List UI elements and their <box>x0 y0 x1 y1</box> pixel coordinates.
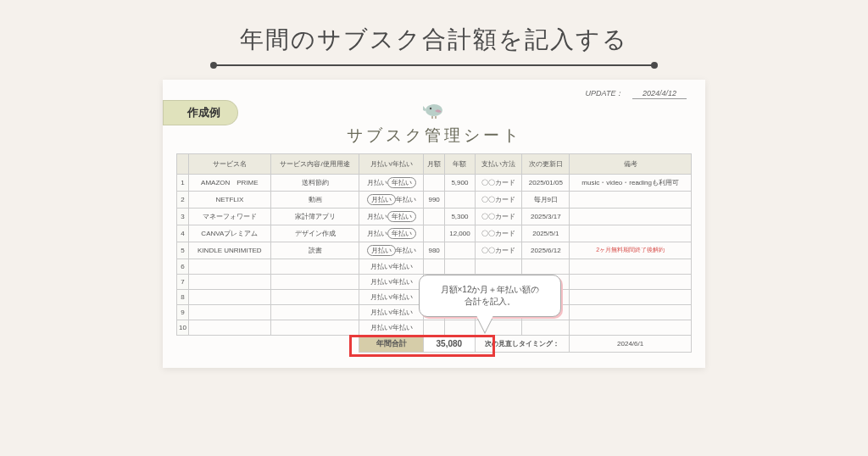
cell-yearly <box>445 242 475 259</box>
update-date: 2024/4/12 <box>632 89 687 99</box>
cell-monthly: 990 <box>424 192 445 209</box>
cell-remarks <box>570 305 692 320</box>
cell-monthly <box>424 259 445 275</box>
row-num: 10 <box>177 320 189 336</box>
col-num <box>177 154 189 175</box>
cell-cycle: 月払い/年払い <box>359 320 424 336</box>
cell-monthly <box>424 320 445 336</box>
cell-service <box>189 290 271 305</box>
cell-cycle: 月払い/年払い <box>359 259 424 275</box>
row-num: 7 <box>177 275 189 290</box>
cell-remarks <box>570 259 692 275</box>
cell-payment: 〇〇カード <box>475 225 522 242</box>
timing-label: 次の見直しタイミング： <box>475 336 570 353</box>
col-service: サービス名 <box>189 154 271 175</box>
cell-yearly: 5,300 <box>445 209 475 225</box>
row-num: 1 <box>177 175 189 192</box>
row-num: 5 <box>177 242 189 259</box>
col-monthly: 月額 <box>424 154 445 175</box>
cell-remarks: music・video・readingも利用可 <box>570 175 692 192</box>
row-num: 9 <box>177 305 189 320</box>
cell-yearly: 12,000 <box>445 225 475 242</box>
row-num: 3 <box>177 209 189 225</box>
cell-service <box>189 305 271 320</box>
svg-point-1 <box>430 108 431 109</box>
cell-cycle: 月払い/年払い <box>359 305 424 320</box>
speech-bubble: 月額×12か月＋年払い額の 合計を記入。 <box>419 275 561 317</box>
cell-cycle: 月払い年払い <box>359 209 424 225</box>
cell-cycle: 月払い年払い <box>359 175 424 192</box>
bird-icon <box>423 101 445 123</box>
cell-yearly <box>445 192 475 209</box>
cell-content: 家計簿アプリ <box>270 209 359 225</box>
cell-service: マネーフォワード <box>189 209 271 225</box>
cell-service: KINDLE UNRIMITED <box>189 242 271 259</box>
main-title: 年間のサブスク合計額を記入する <box>0 24 868 56</box>
cell-monthly <box>424 209 445 225</box>
worksheet: UPDATE： 2024/4/12 作成例 サブスク管理シート サービス名 サー… <box>163 80 705 368</box>
cell-cycle: 月払い/年払い <box>359 275 424 290</box>
cell-content: 送料節約 <box>270 175 359 192</box>
cell-yearly: 5,900 <box>445 175 475 192</box>
cell-cycle: 月払い年払い <box>359 225 424 242</box>
col-yearly: 年額 <box>445 154 475 175</box>
cell-renew: 2025/5/1 <box>522 225 570 242</box>
cell-monthly <box>424 175 445 192</box>
cell-service <box>189 259 271 275</box>
cell-service: CANVAプレミアム <box>189 225 271 242</box>
cell-content: 動画 <box>270 192 359 209</box>
row-num: 6 <box>177 259 189 275</box>
cell-monthly: 980 <box>424 242 445 259</box>
col-payment: 支払い方法 <box>475 154 522 175</box>
svg-point-0 <box>426 104 442 116</box>
cell-monthly <box>424 225 445 242</box>
cell-renew: 2025/3/17 <box>522 209 570 225</box>
cell-remarks <box>570 290 692 305</box>
cell-renew: 2025/01/05 <box>522 175 570 192</box>
cell-cycle: 月払い年払い <box>359 242 424 259</box>
example-badge: 作成例 <box>163 100 238 125</box>
cell-renew: 毎月9日 <box>522 192 570 209</box>
speech-tail <box>476 315 493 332</box>
cell-service <box>189 320 271 336</box>
cell-service: AMAZON PRIME <box>189 175 271 192</box>
cell-payment: 〇〇カード <box>475 175 522 192</box>
col-remarks: 備考 <box>570 154 692 175</box>
cell-remarks <box>570 320 692 336</box>
cell-yearly <box>445 320 475 336</box>
cell-payment: 〇〇カード <box>475 209 522 225</box>
cell-remarks: 2ヶ月無料期間終了後解約 <box>570 242 692 259</box>
cell-content: デザイン作成 <box>270 225 359 242</box>
total-label: 年間合計 <box>359 336 424 353</box>
col-cycle: 月払い/年払い <box>359 154 424 175</box>
cell-renew <box>522 259 570 275</box>
update-label: UPDATE： <box>586 89 624 97</box>
cell-renew: 2025/6/12 <box>522 242 570 259</box>
cell-payment <box>475 259 522 275</box>
cell-content <box>270 290 359 305</box>
speech-line2: 合計を記入。 <box>425 296 555 308</box>
row-num: 4 <box>177 225 189 242</box>
cell-content <box>270 259 359 275</box>
timing-value: 2024/6/1 <box>570 336 692 353</box>
cell-content <box>270 305 359 320</box>
subscription-table: サービス名 サービス内容/使用用途 月払い/年払い 月額 年額 支払い方法 次の… <box>176 153 692 353</box>
cell-renew <box>522 320 570 336</box>
cell-yearly <box>445 259 475 275</box>
sheet-title: サブスク管理シート <box>347 126 522 144</box>
col-renew: 次の更新日 <box>522 154 570 175</box>
cell-payment: 〇〇カード <box>475 242 522 259</box>
cell-cycle: 月払い年払い <box>359 192 424 209</box>
cell-payment: 〇〇カード <box>475 192 522 209</box>
total-value: 35,080 <box>424 336 476 353</box>
cell-service <box>189 275 271 290</box>
cell-remarks <box>570 209 692 225</box>
col-content: サービス内容/使用用途 <box>270 154 359 175</box>
cell-cycle: 月払い/年払い <box>359 290 424 305</box>
cell-remarks <box>570 192 692 209</box>
cell-remarks <box>570 225 692 242</box>
cell-content <box>270 320 359 336</box>
cell-service: NETFLIX <box>189 192 271 209</box>
cell-content <box>270 275 359 290</box>
update-row: UPDATE： 2024/4/12 <box>176 88 692 99</box>
